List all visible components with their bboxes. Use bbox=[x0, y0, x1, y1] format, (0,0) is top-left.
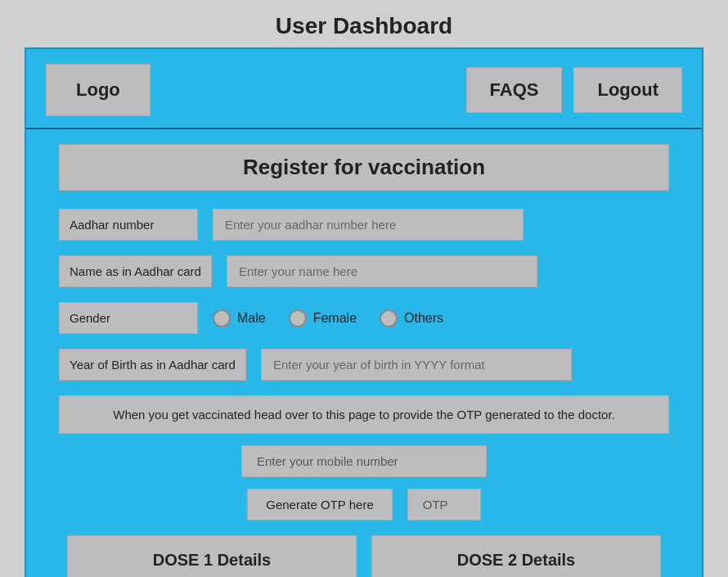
gender-others-option[interactable]: Others bbox=[380, 309, 443, 327]
dose-row: DOSE 1 Details DOSE 2 Details bbox=[59, 535, 669, 577]
yob-label: Year of Birth as in Aadhar card bbox=[59, 349, 246, 381]
dose1-button[interactable]: DOSE 1 Details bbox=[67, 535, 357, 577]
mobile-input-row bbox=[59, 445, 669, 477]
aadhar-row: Aadhar number bbox=[59, 209, 669, 241]
aadhar-label: Aadhar number bbox=[59, 209, 198, 241]
yob-input[interactable] bbox=[261, 349, 572, 381]
mobile-input[interactable] bbox=[241, 445, 487, 477]
name-row: Name as in Aadhar card bbox=[59, 255, 669, 287]
header-right: FAQS Logout bbox=[466, 67, 682, 113]
generate-otp-button[interactable]: Generate OTP here bbox=[247, 489, 392, 521]
content: Register for vaccination Aadhar number N… bbox=[26, 129, 702, 577]
name-input[interactable] bbox=[227, 255, 537, 287]
radio-male-icon[interactable] bbox=[213, 309, 231, 327]
gender-label: Gender bbox=[59, 302, 198, 334]
gender-male-label: Male bbox=[237, 311, 266, 326]
gender-male-option[interactable]: Male bbox=[213, 309, 266, 327]
gender-row: Gender Male Female Others bbox=[59, 302, 669, 334]
gender-others-label: Others bbox=[404, 311, 443, 326]
faqs-button[interactable]: FAQS bbox=[466, 67, 563, 113]
main-panel: Logo FAQS Logout Register for vaccinatio… bbox=[25, 47, 703, 577]
gender-female-label: Female bbox=[313, 311, 357, 326]
gender-female-option[interactable]: Female bbox=[289, 309, 357, 327]
page-title: User Dashboard bbox=[0, 0, 728, 47]
dose2-button[interactable]: DOSE 2 Details bbox=[371, 535, 661, 577]
otp-row: Generate OTP here bbox=[59, 489, 669, 521]
section-title: Register for vaccination bbox=[59, 144, 669, 191]
gender-options: Male Female Others bbox=[213, 309, 669, 327]
radio-female-icon[interactable] bbox=[289, 309, 307, 327]
name-label: Name as in Aadhar card bbox=[59, 255, 212, 287]
header: Logo FAQS Logout bbox=[26, 49, 702, 129]
yob-row: Year of Birth as in Aadhar card bbox=[59, 349, 669, 381]
logout-button[interactable]: Logout bbox=[573, 67, 682, 113]
radio-others-icon[interactable] bbox=[380, 309, 398, 327]
otp-input[interactable] bbox=[407, 489, 481, 521]
logo-button[interactable]: Logo bbox=[46, 64, 151, 116]
aadhar-input[interactable] bbox=[213, 209, 524, 241]
otp-info-box: When you get vaccinated head over to thi… bbox=[59, 395, 669, 434]
